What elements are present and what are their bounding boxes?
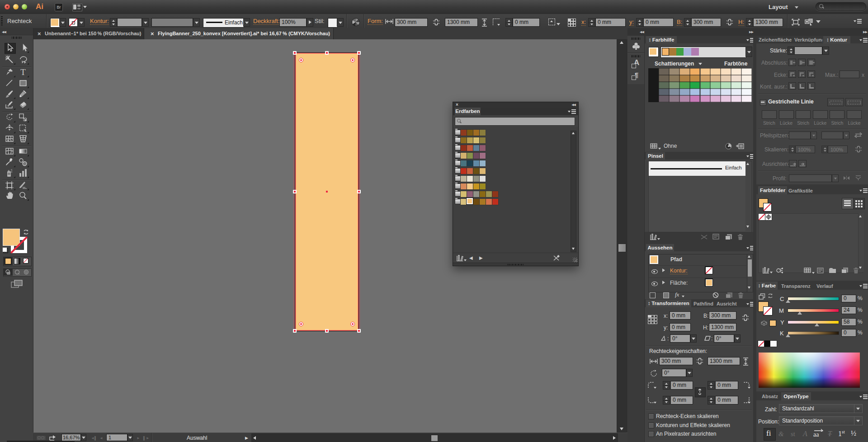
svg-text:T: T [20, 68, 26, 77]
